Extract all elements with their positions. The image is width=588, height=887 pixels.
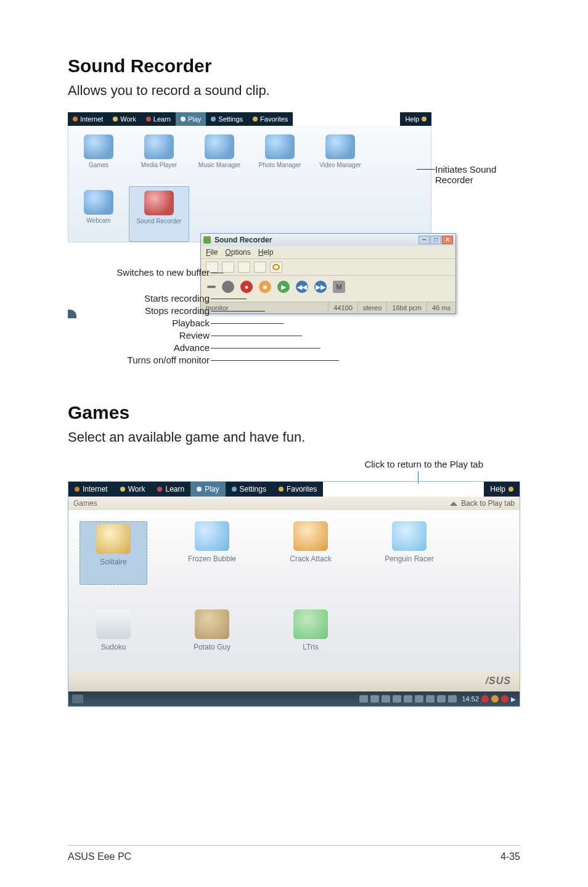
photo-manager-icon [265,134,295,159]
stop-button[interactable]: ■ [259,281,271,293]
tray-expand-icon[interactable]: ▶ [511,696,516,703]
tab-play[interactable]: Play [190,482,225,497]
tab-learn[interactable]: Learn [151,482,190,497]
tray-status-orange-icon[interactable] [491,695,499,703]
tab-learn[interactable]: Learn [141,112,176,126]
heading-games: Games [68,402,520,423]
game-crack-attack[interactable]: Crack Attack [277,521,345,585]
tab-label: Internet [83,485,108,493]
game-label: Penguin Racer [385,555,433,563]
game-ltris[interactable]: LTris [277,609,345,667]
save-button[interactable] [222,262,234,273]
review-button[interactable]: ◀◀ [296,281,308,293]
tray-network-icon[interactable] [359,695,368,703]
callout-review: Review [179,330,210,340]
launcher-item-photo-manager[interactable]: Photo Manager [250,131,310,186]
desc-sound-recorder: Allows you to record a sound clip. [68,83,520,99]
help-icon [422,117,427,122]
callout-starts: Starts recording [144,293,210,303]
launcher-item-games[interactable]: Games [68,131,129,186]
app-icon [203,236,211,244]
home-button[interactable] [72,695,83,703]
menu-options[interactable]: OOptionsptions [225,248,250,257]
launcher-item-label: Video Manager [319,162,361,168]
new-buffer-button[interactable] [222,281,234,293]
power-button[interactable] [270,262,282,273]
launcher-item-media-player[interactable]: Media Player [129,131,189,186]
footer-left: ASUS Eee PC [68,851,131,862]
sudoku-icon [96,609,131,639]
tab-favorites[interactable]: Favorites [248,112,293,126]
tray-clipboard-icon[interactable] [382,695,390,703]
tray-doc2-icon[interactable] [404,695,412,703]
window-titlebar[interactable]: Sound Recorder – □ × [201,234,455,246]
status-latency: 46 ms [427,302,455,313]
tab-internet[interactable]: Internet [68,482,114,497]
launcher-item-video-manager[interactable]: Video Manager [310,131,370,186]
game-sudoku[interactable]: Sudoku [80,609,147,667]
tab-work[interactable]: Work [114,482,152,497]
tab-label: Learn [153,115,171,123]
ltris-icon [293,609,328,639]
game-frozen-bubble[interactable]: Frozen Bubble [178,521,246,585]
tab-play[interactable]: Play [176,112,206,126]
figure-games: Internet Work Learn Play Settings Favori… [68,481,520,707]
tab-label: Favorites [260,115,288,123]
callout-line: Initiates Sound [435,164,496,175]
launcher-item-music-manager[interactable]: Music Manager [189,131,250,186]
record-button[interactable]: ● [240,281,253,293]
game-potato-guy[interactable]: Potato Guy [178,609,246,667]
tab-help[interactable]: Help [484,482,520,497]
advance-button[interactable]: ▶▶ [314,281,327,293]
tab-label: Settings [218,115,243,123]
toolbar-btn-b[interactable] [254,262,266,273]
game-penguin-racer[interactable]: Penguin Racer [375,521,443,585]
back-to-play-button[interactable]: Back to Play tab [450,499,515,508]
tray-battery-icon[interactable] [448,695,457,703]
taskbar: 14:52 ▶ [68,691,520,706]
game-solitaire[interactable]: Solitaire [80,521,147,585]
tray-volume-icon[interactable] [426,695,435,703]
monitor-toggle-button[interactable]: M [333,281,345,293]
menu-file[interactable]: FFileile [206,248,218,257]
gear-icon [232,487,237,492]
tray-user-icon[interactable] [370,695,379,703]
tab-internet[interactable]: Internet [68,112,108,126]
tab-label: Help [490,485,505,493]
sound-recorder-icon [144,191,174,215]
system-tray: 14:52 ▶ [359,695,516,703]
tab-favorites[interactable]: Favorites [272,482,323,497]
tray-status-red2-icon[interactable] [501,695,508,703]
sound-recorder-window: Sound Recorder – □ × FFileile OOptionspt… [200,233,456,314]
up-arrow-icon [450,501,457,506]
tab-label: Play [205,485,219,493]
launcher-item-webcam[interactable]: Webcam [68,186,129,242]
penguin-racer-icon [392,521,427,551]
toolbar-btn-a[interactable] [238,262,250,273]
launcher-tabs: Internet Work Learn Play Settings Favori… [68,112,431,126]
launcher-item-sound-recorder[interactable]: Sound Recorder [129,186,189,242]
tab-label: Learn [165,485,184,493]
tray-doc-icon[interactable] [393,695,401,703]
maximize-button[interactable]: □ [430,236,441,244]
frozen-bubble-icon [195,521,229,551]
tray-keyboard-icon[interactable] [437,695,446,703]
tab-work[interactable]: Work [108,112,141,126]
status-channels: stereo [358,302,388,313]
tab-settings[interactable]: Settings [226,482,272,497]
menu-help[interactable]: HHelpelp [258,248,274,257]
tab-help[interactable]: Help [400,112,431,126]
music-manager-icon [205,134,234,159]
game-label: Crack Attack [290,555,331,563]
tray-status-red-icon[interactable] [481,695,489,703]
tray-speaker-icon[interactable] [415,695,423,703]
tab-settings[interactable]: Settings [206,112,248,126]
tray-clock[interactable]: 14:52 [462,695,479,703]
minimize-button[interactable]: – [419,236,430,244]
heading-sound-recorder: Sound Recorder [68,56,520,76]
launcher-item-label: Music Manager [198,162,240,168]
play-button[interactable]: ▶ [277,281,290,293]
tab-label: Work [128,485,145,493]
close-button[interactable]: × [442,236,453,244]
back-label: Back to Play tab [461,499,515,508]
